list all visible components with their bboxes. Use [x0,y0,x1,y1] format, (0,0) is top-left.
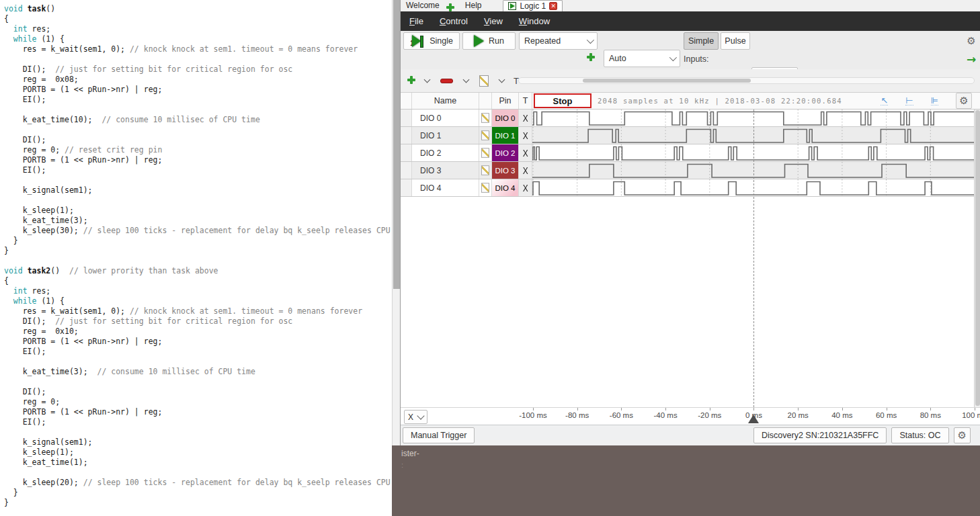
plus-icon [407,76,415,84]
acquisition-mode-select[interactable]: Repeated [519,32,598,50]
code-editor[interactable]: void task(){ int res; while (1) { res = … [0,0,392,516]
plot-vertical-thumb[interactable] [975,110,980,406]
trigger-mode-select[interactable]: Auto [604,50,680,67]
note-icon [481,183,489,192]
header-pin-column[interactable]: Pin [492,93,519,109]
plot-position-scrollbar[interactable] [518,77,975,84]
axis-tick [665,408,666,411]
code-line: k_sleep(1); [4,206,392,216]
channel-pin-label[interactable]: DIO 4 [492,179,519,196]
tab-logic1[interactable]: Logic 1 ✕ [503,0,563,11]
channel-note-button[interactable] [479,162,492,179]
pulse-button[interactable]: Pulse [721,32,750,50]
single-button[interactable]: 1 Single [403,32,460,50]
axis-tick-label: -40 ms [654,411,678,419]
channel-note-button[interactable] [479,110,492,126]
header-name-column[interactable]: Name [412,93,479,109]
note-menu-chevron[interactable] [499,76,505,83]
simple-button[interactable]: Simple [684,32,719,50]
cursor-tool-icon[interactable]: ↖ [881,97,888,105]
waveform[interactable] [532,144,980,161]
editor-scrollbar-thumb[interactable] [393,0,400,289]
single-label: Single [430,36,453,46]
channel-pin-label[interactable]: DIO 2 [492,144,519,161]
close-tab-icon[interactable]: ✕ [549,2,557,10]
channel-trigger-cell[interactable]: X [519,127,532,144]
trigger-mode-value: Auto [609,54,626,63]
channel-name[interactable]: DIO 4 [412,179,479,196]
play-icon [508,2,516,10]
channel-name[interactable]: DIO 3 [412,162,479,179]
gear-icon: ⚙ [958,431,967,441]
stop-button[interactable]: Stop [534,93,591,108]
plot-settings-button[interactable]: ⚙ [956,93,972,109]
code-line: k_eat_time(10); // consume 10 millisec o… [4,115,392,125]
header-note-column [479,93,492,109]
waveform[interactable] [532,179,980,196]
code-line [4,125,392,135]
channel-pin-label[interactable]: DIO 1 [492,127,519,144]
tab-welcome[interactable]: Welcome [401,0,445,11]
tab-logic1-label: Logic 1 [520,1,546,12]
channel-note-button[interactable] [479,127,492,144]
remove-signal-button[interactable] [440,79,453,83]
channel-note-button[interactable] [479,144,492,161]
channel-pin-label[interactable]: DIO 3 [492,162,519,179]
channel-trigger-cell[interactable]: X [519,110,532,126]
code-line: k_eat_time(3); [4,216,392,226]
channel-trigger-cell[interactable]: X [519,179,532,196]
remove-signal-menu-chevron[interactable] [463,76,470,83]
channel-name[interactable]: DIO 0 [412,110,479,126]
status-indicator-button[interactable]: Status: OC [891,427,948,443]
axis-tick-label: -20 ms [698,411,721,419]
device-status-button[interactable]: Discovery2 SN:210321A35FFC [753,427,887,443]
manual-trigger-button[interactable]: Manual Trigger [403,427,475,443]
menu-item-window[interactable]: Window [519,16,550,26]
note-icon [481,130,489,140]
simple-label: Simple [688,36,714,46]
axis-tick-label: 40 ms [831,411,852,419]
code-line: { [4,276,392,286]
channel-rows: DIO 0DIO 0XDIO 1DIO 1XDIO 2DIO 2XDIO 3DI… [401,110,980,197]
menu-item-view[interactable]: View [484,16,503,26]
channel-name[interactable]: DIO 1 [412,127,479,144]
editor-scrollbar[interactable] [392,0,400,445]
code-line: } [4,498,392,508]
add-signal-button[interactable] [407,75,415,87]
channel-trigger-cell[interactable]: X [519,144,532,161]
plot-position-thumb[interactable] [583,79,751,83]
channel-note-button[interactable] [479,179,492,196]
axis-tick [842,408,843,411]
code-line: DI(); // just for setting bit for critic… [4,316,392,327]
waveform[interactable] [532,110,980,126]
waveform[interactable] [532,127,980,144]
add-signal-menu-chevron[interactable] [424,76,431,83]
channel-name[interactable]: DIO 2 [412,144,479,161]
menu-item-control[interactable]: Control [440,16,468,26]
chevron-down-icon [417,412,424,419]
options-gear-button[interactable]: ⚙ [964,34,979,48]
export-button[interactable]: → [964,52,979,67]
plot-vertical-scrollbar[interactable] [974,110,980,407]
run-button[interactable]: Run [462,32,516,50]
add-tab-button[interactable] [446,2,454,10]
code-line: DI(); // just for setting bit for critic… [4,64,392,75]
axis-unit-select[interactable]: X [404,410,427,424]
menu-item-file[interactable]: File [409,16,423,26]
waveform[interactable] [532,162,980,179]
desktop-text2: : [401,461,403,469]
channel-pin-label[interactable]: DIO 0 [492,110,519,126]
trigger-marker-icon[interactable] [748,415,759,423]
header-trigger-column[interactable]: T [519,93,532,109]
measure2-tool-icon[interactable]: ⊫ [931,97,938,105]
tab-help[interactable]: Help [460,0,487,11]
code-line: } [4,246,392,256]
tab-bar: Welcome Help Logic 1 ✕ [401,0,980,11]
channel-trigger-cell[interactable]: X [519,162,532,179]
code-line: int res; [4,24,392,34]
code-line: void task2() // lower prority than task … [4,266,392,276]
measure-tool-icon[interactable]: ⊢ [905,97,913,105]
edit-note-button[interactable] [479,75,489,87]
status-gear-button[interactable]: ⚙ [954,427,971,443]
add-channel-button[interactable] [587,53,595,61]
